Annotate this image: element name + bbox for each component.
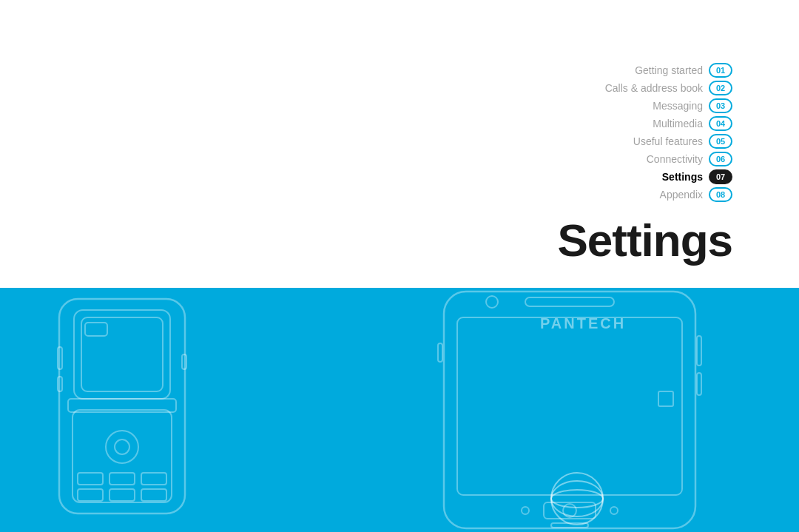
svg-rect-11	[109, 489, 135, 501]
nav-badge-04: 04	[709, 116, 732, 131]
nav-item-06[interactable]: Connectivity06	[647, 152, 732, 166]
svg-point-21	[486, 296, 498, 308]
svg-rect-12	[141, 489, 166, 501]
svg-point-6	[115, 440, 129, 454]
svg-text:PANTECH: PANTECH	[540, 315, 626, 331]
svg-point-28	[522, 507, 529, 514]
svg-point-29	[610, 507, 618, 514]
svg-rect-3	[85, 323, 107, 336]
nav-label-02: Calls & address book	[605, 82, 703, 94]
nav-item-02[interactable]: Calls & address book02	[605, 81, 732, 95]
nav-item-08[interactable]: Appendix08	[660, 187, 732, 202]
svg-rect-2	[81, 317, 163, 391]
svg-rect-20	[525, 297, 614, 306]
nav-item-04[interactable]: Multimedia04	[653, 116, 732, 131]
svg-rect-9	[141, 473, 166, 485]
svg-rect-8	[109, 473, 135, 485]
nav-badge-07: 07	[709, 169, 732, 184]
svg-point-5	[106, 431, 138, 463]
nav-label-08: Appendix	[660, 189, 703, 201]
svg-point-32	[551, 481, 603, 516]
nav-menu: Getting started01Calls & address book02M…	[605, 63, 732, 202]
nav-label-04: Multimedia	[653, 118, 703, 129]
svg-point-31	[551, 490, 603, 508]
nav-badge-02: 02	[709, 81, 732, 95]
svg-rect-18	[457, 317, 682, 495]
phone-outlines: PANTECH	[0, 288, 799, 532]
nav-badge-06: 06	[709, 152, 732, 166]
nav-label-06: Connectivity	[647, 153, 703, 165]
nav-label-07: Settings	[662, 171, 703, 183]
nav-item-05[interactable]: Useful features05	[633, 134, 732, 149]
svg-rect-10	[78, 489, 103, 501]
svg-rect-7	[78, 473, 103, 485]
nav-item-01[interactable]: Getting started01	[635, 63, 732, 78]
nav-label-05: Useful features	[633, 135, 703, 147]
nav-badge-08: 08	[709, 187, 732, 202]
svg-rect-23	[697, 373, 701, 395]
nav-badge-05: 05	[709, 134, 732, 149]
page-title: Settings	[557, 214, 732, 266]
nav-label-03: Messaging	[653, 100, 703, 112]
svg-rect-26	[658, 391, 673, 406]
phones-svg: PANTECH	[0, 288, 799, 532]
nav-badge-01: 01	[709, 63, 732, 78]
nav-item-03[interactable]: Messaging03	[653, 98, 732, 113]
nav-badge-03: 03	[709, 98, 732, 113]
nav-label-01: Getting started	[635, 64, 703, 76]
svg-rect-22	[697, 336, 701, 366]
nav-item-07[interactable]: Settings07	[662, 169, 732, 184]
top-section: Getting started01Calls & address book02M…	[0, 0, 799, 289]
blue-banner: PANTECH	[0, 288, 799, 532]
svg-rect-24	[438, 343, 442, 362]
page: Getting started01Calls & address book02M…	[0, 0, 799, 532]
